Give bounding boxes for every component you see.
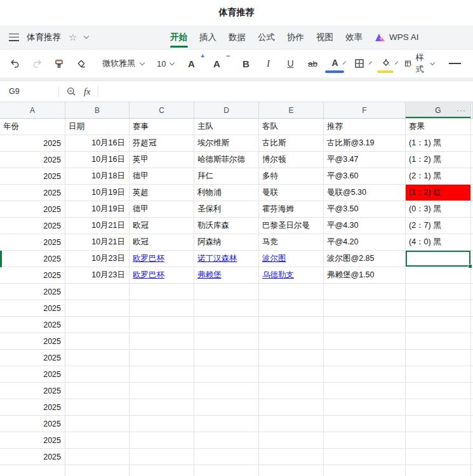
cell-C22[interactable] bbox=[130, 465, 194, 476]
cell-F22[interactable] bbox=[324, 465, 406, 476]
cell-G5[interactable]: (1：2) 红 bbox=[406, 185, 471, 201]
cell-A18[interactable]: 2025 bbox=[0, 399, 65, 416]
cell-D12[interactable] bbox=[194, 300, 259, 317]
cell-E15[interactable] bbox=[259, 350, 324, 366]
cell-A8[interactable]: 2025 bbox=[0, 234, 65, 251]
cell-A2[interactable]: 2025 bbox=[0, 135, 65, 152]
cell-B19[interactable] bbox=[65, 416, 130, 432]
search-function-button[interactable] bbox=[66, 86, 77, 97]
cell-E17[interactable] bbox=[259, 383, 324, 399]
cell-G22[interactable] bbox=[406, 465, 471, 476]
cell-F10[interactable]: 弗赖堡@1.50 bbox=[324, 267, 406, 284]
column-header-B[interactable]: B bbox=[65, 102, 130, 118]
cell-C11[interactable] bbox=[130, 284, 194, 300]
fill-color-button[interactable] bbox=[377, 55, 394, 72]
cell-A6[interactable]: 2025 bbox=[0, 201, 65, 218]
cell-F20[interactable] bbox=[324, 432, 406, 449]
cell-F2[interactable]: 古比斯@3.19 bbox=[324, 135, 406, 152]
cell-F18[interactable] bbox=[324, 399, 406, 416]
tab-collaborate[interactable]: 协作 bbox=[287, 26, 304, 49]
cell-G9[interactable] bbox=[406, 251, 471, 267]
hyperlink[interactable]: 乌德勒支 bbox=[262, 270, 294, 281]
cell-D17[interactable] bbox=[194, 383, 259, 399]
cell-C4[interactable]: 德甲 bbox=[130, 168, 194, 185]
cell-C7[interactable]: 欧冠 bbox=[130, 218, 194, 234]
cell-G2[interactable]: (1：1) 黑 bbox=[406, 135, 471, 152]
cell-C17[interactable] bbox=[130, 383, 194, 399]
cell-B22[interactable] bbox=[65, 465, 130, 476]
cell-A4[interactable]: 2025 bbox=[0, 168, 65, 185]
tab-data[interactable]: 数据 bbox=[229, 26, 246, 49]
cell-C8[interactable]: 欧冠 bbox=[130, 234, 194, 251]
cell-C15[interactable] bbox=[130, 350, 194, 366]
cell-F9[interactable]: 波尔图@2.85 bbox=[324, 251, 406, 267]
cell-C3[interactable]: 英甲 bbox=[130, 152, 194, 168]
cell-E3[interactable]: 博尔顿 bbox=[259, 152, 324, 168]
cell-D22[interactable] bbox=[194, 465, 259, 476]
font-color-button[interactable]: A bbox=[326, 55, 343, 72]
hyperlink[interactable]: 弗赖堡 bbox=[197, 270, 222, 281]
cell-D19[interactable] bbox=[194, 416, 259, 432]
cell-F8[interactable]: 平@4.20 bbox=[324, 234, 406, 251]
cell-F7[interactable]: 平@4.30 bbox=[324, 218, 406, 234]
cell-E12[interactable] bbox=[259, 300, 324, 317]
chevron-down-icon[interactable] bbox=[369, 61, 372, 64]
cell-B16[interactable] bbox=[65, 366, 130, 383]
cell-E10[interactable]: 乌德勒支 bbox=[259, 267, 324, 284]
cell-C14[interactable] bbox=[130, 333, 194, 350]
cell-F6[interactable]: 平@3.50 bbox=[324, 201, 406, 218]
cell-B5[interactable]: 10月19日 bbox=[65, 185, 130, 201]
cell-D18[interactable] bbox=[194, 399, 259, 416]
cell-G8[interactable]: (4：0) 黑 bbox=[406, 234, 471, 251]
menu-icon[interactable] bbox=[9, 34, 19, 41]
cell-C20[interactable] bbox=[130, 432, 194, 449]
cell-D11[interactable] bbox=[194, 284, 259, 300]
cell-F11[interactable] bbox=[324, 284, 406, 300]
cell-D10[interactable]: 弗赖堡 bbox=[194, 267, 259, 284]
cell-A5[interactable]: 2025 bbox=[0, 185, 65, 201]
cell-D1[interactable]: 主队 bbox=[194, 119, 259, 135]
cell-B17[interactable] bbox=[65, 383, 130, 399]
cell-G1[interactable]: 赛果 bbox=[406, 119, 471, 135]
borders-button[interactable] bbox=[351, 55, 368, 72]
cell-G3[interactable]: (1：2) 黑 bbox=[406, 152, 471, 168]
cell-D15[interactable] bbox=[194, 350, 259, 366]
cell-G13[interactable] bbox=[406, 317, 471, 333]
tab-insert[interactable]: 插入 bbox=[199, 26, 217, 49]
cell-E6[interactable]: 霍芬海姆 bbox=[259, 201, 324, 218]
cell-F16[interactable] bbox=[324, 366, 406, 383]
hyperlink[interactable]: 诺丁汉森林 bbox=[197, 253, 237, 264]
insert-function-button[interactable]: fx bbox=[84, 86, 90, 97]
cell-E7[interactable]: 巴黎圣日尔曼 bbox=[259, 218, 324, 234]
cell-G15[interactable] bbox=[406, 350, 471, 366]
cell-D8[interactable]: 阿森纳 bbox=[194, 234, 259, 251]
cell-E4[interactable]: 多特 bbox=[259, 168, 324, 185]
cell-B3[interactable]: 10月16日 bbox=[65, 152, 130, 168]
cell-F5[interactable]: 曼联@5.30 bbox=[324, 185, 406, 201]
hyperlink[interactable]: 欧罗巴杯 bbox=[133, 253, 164, 264]
cell-A7[interactable]: 2025 bbox=[0, 218, 65, 234]
font-size-select[interactable]: 10 bbox=[157, 59, 174, 69]
cell-F14[interactable] bbox=[324, 333, 406, 350]
cell-C9[interactable]: 欧罗巴杯 bbox=[130, 251, 194, 267]
cell-F13[interactable] bbox=[324, 317, 406, 333]
cell-C13[interactable] bbox=[130, 317, 194, 333]
cell-E8[interactable]: 马竞 bbox=[259, 234, 324, 251]
cell-C21[interactable] bbox=[130, 449, 194, 465]
cell-name-box[interactable]: G9 bbox=[0, 87, 58, 96]
align-top-button[interactable] bbox=[446, 60, 463, 67]
cell-A12[interactable]: 2025 bbox=[0, 300, 65, 317]
cell-B10[interactable]: 10月23日 bbox=[65, 267, 130, 284]
cell-G12[interactable] bbox=[406, 300, 471, 317]
undo-button[interactable] bbox=[6, 55, 23, 72]
column-header-D[interactable]: D bbox=[194, 102, 259, 118]
cell-A21[interactable]: 2025 bbox=[0, 449, 65, 465]
cell-A14[interactable]: 2025 bbox=[0, 333, 65, 350]
cell-D5[interactable]: 利物浦 bbox=[194, 185, 259, 201]
cell-G17[interactable] bbox=[406, 383, 471, 399]
cell-C1[interactable]: 赛事 bbox=[130, 119, 194, 135]
cell-B4[interactable]: 10月18日 bbox=[65, 168, 130, 185]
cell-G18[interactable] bbox=[406, 399, 471, 416]
cell-E5[interactable]: 曼联 bbox=[259, 185, 324, 201]
underline-button[interactable]: U bbox=[282, 55, 298, 72]
